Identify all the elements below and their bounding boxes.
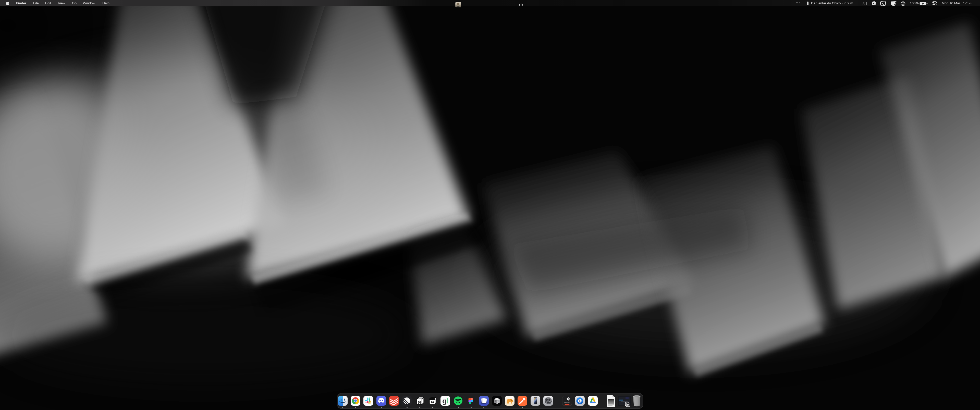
svg-text:11: 11 bbox=[627, 404, 629, 407]
svg-text:N: N bbox=[418, 399, 421, 405]
svg-text:raycast: raycast bbox=[564, 401, 570, 404]
svg-text:10: 10 bbox=[431, 400, 434, 404]
svg-text:g: g bbox=[442, 397, 447, 405]
